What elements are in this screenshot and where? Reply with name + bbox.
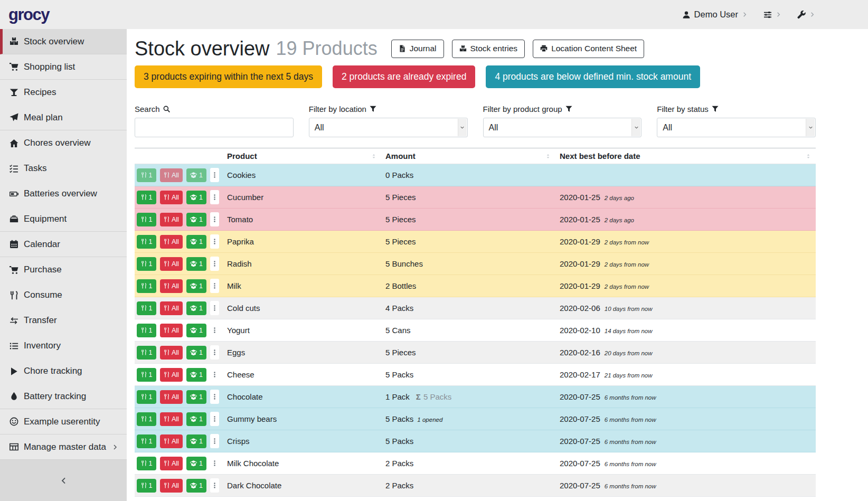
sidebar-item-tasks[interactable]: Tasks <box>0 156 127 181</box>
consume-all-button[interactable]: All <box>160 235 183 249</box>
search-input[interactable] <box>135 118 294 137</box>
sidebar-item-manage-master-data[interactable]: Manage master data <box>0 434 127 460</box>
open-one-button[interactable]: 1 <box>186 324 206 337</box>
settings-menu[interactable] <box>763 11 781 19</box>
sidebar-item-transfer[interactable]: Transfer <box>0 308 127 333</box>
best-before-date: 2020-01-252 days ago <box>555 215 816 224</box>
consume-all-button[interactable]: All <box>160 168 183 182</box>
open-one-button[interactable]: 1 <box>186 168 206 182</box>
consume-all-button[interactable]: All <box>160 479 183 493</box>
consume-one-button[interactable]: 1 <box>137 191 156 204</box>
open-one-button[interactable]: 1 <box>186 434 206 448</box>
column-header-next-best-before-date[interactable]: Next best before date <box>555 148 816 164</box>
consume-all-button[interactable]: All <box>160 213 183 226</box>
sidebar-item-shopping-list[interactable]: Shopping list <box>0 54 127 80</box>
row-menu-button[interactable] <box>210 212 219 226</box>
sidebar-item-inventory[interactable]: Inventory <box>0 333 127 358</box>
consume-all-button[interactable]: All <box>160 390 183 404</box>
sidebar-item-chore-tracking[interactable]: Chore tracking <box>0 358 127 384</box>
consume-all-button[interactable]: All <box>160 412 183 426</box>
row-menu-button[interactable] <box>210 323 219 337</box>
open-one-button[interactable]: 1 <box>186 235 206 249</box>
consume-one-button[interactable]: 1 <box>137 279 156 293</box>
open-one-button[interactable]: 1 <box>186 191 206 204</box>
column-header-product[interactable]: Product <box>223 148 381 164</box>
consume-one-button[interactable]: 1 <box>137 457 156 470</box>
open-one-button[interactable]: 1 <box>186 301 206 315</box>
consume-all-button[interactable]: All <box>160 257 183 271</box>
sidebar-item-stock-overview[interactable]: Stock overview <box>0 29 127 54</box>
table-row: 1All1Eggs5 Pieces2020-02-1620 days from … <box>135 342 816 364</box>
open-one-button[interactable]: 1 <box>186 213 206 226</box>
sidebar-item-calendar[interactable]: Calendar <box>0 232 127 257</box>
row-menu-button[interactable] <box>210 478 219 493</box>
journal-button[interactable]: Journal <box>391 40 444 58</box>
row-menu-button[interactable] <box>210 367 219 382</box>
consume-all-button[interactable]: All <box>160 324 183 337</box>
sidebar-item-battery-tracking[interactable]: Battery tracking <box>0 384 127 409</box>
sidebar-item-purchase[interactable]: Purchase <box>0 257 127 282</box>
sidebar-item-equipment[interactable]: Equipment <box>0 206 127 232</box>
consume-one-button[interactable]: 1 <box>137 479 156 493</box>
sidebar-item-example-userentity[interactable]: Example userentity <box>0 409 127 434</box>
location-content-sheet-button[interactable]: Location Content Sheet <box>533 40 644 58</box>
open-one-button[interactable]: 1 <box>186 279 206 293</box>
open-one-button[interactable]: 1 <box>186 390 206 404</box>
consume-one-button[interactable]: 1 <box>137 257 156 271</box>
filter-by-status-select[interactable]: All <box>657 118 816 137</box>
consume-one-button[interactable]: 1 <box>137 235 156 249</box>
consume-one-button[interactable]: 1 <box>137 368 156 382</box>
consume-one-button[interactable]: 1 <box>137 412 156 426</box>
app-logo[interactable]: grocy <box>8 5 49 24</box>
open-one-button[interactable]: 1 <box>186 479 206 493</box>
filter-by-location-select[interactable]: All <box>309 118 468 137</box>
stock-entries-button[interactable]: Stock entries <box>452 40 525 58</box>
row-menu-button[interactable] <box>210 234 219 249</box>
row-menu-button[interactable] <box>210 301 219 315</box>
filter-by-product-group-select[interactable]: All <box>483 118 642 137</box>
sidebar-item-chores-overview[interactable]: Chores overview <box>0 130 127 156</box>
consume-all-button[interactable]: All <box>160 368 183 382</box>
consume-one-button[interactable]: 1 <box>137 301 156 315</box>
consume-one-button[interactable]: 1 <box>137 213 156 226</box>
row-menu-button[interactable] <box>210 412 219 426</box>
alert-below-min[interactable]: 4 products are below defined min. stock … <box>486 65 700 88</box>
row-menu-button[interactable] <box>210 434 219 448</box>
sidebar-item-meal-plan[interactable]: Meal plan <box>0 105 127 130</box>
consume-all-button[interactable]: All <box>160 457 183 470</box>
consume-all-button[interactable]: All <box>160 279 183 293</box>
consume-one-button[interactable]: 1 <box>137 434 156 448</box>
consume-all-button[interactable]: All <box>160 434 183 448</box>
open-one-button[interactable]: 1 <box>186 457 206 470</box>
open-one-button[interactable]: 1 <box>186 346 206 360</box>
sidebar-collapse-button[interactable] <box>0 460 127 501</box>
user-menu[interactable]: Demo User <box>682 10 748 20</box>
row-menu-button[interactable] <box>210 390 219 404</box>
consume-one-button[interactable]: 1 <box>137 390 156 404</box>
consume-all-button[interactable]: All <box>160 346 183 360</box>
sidebar-item-consume[interactable]: Consume <box>0 282 127 308</box>
row-menu-button[interactable] <box>210 168 219 182</box>
open-one-button[interactable]: 1 <box>186 257 206 271</box>
row-menu-button[interactable] <box>210 190 219 204</box>
row-actions: 1All1 <box>135 412 223 426</box>
open-one-button[interactable]: 1 <box>186 368 206 382</box>
row-menu-button[interactable] <box>210 456 219 470</box>
alert-expired[interactable]: 2 products are already expired <box>333 65 475 88</box>
open-one-button[interactable]: 1 <box>186 412 206 426</box>
row-menu-button[interactable] <box>210 257 219 271</box>
sidebar-item-batteries-overview[interactable]: Batteries overview <box>0 181 127 206</box>
consume-all-button[interactable]: All <box>160 191 183 204</box>
alert-expiring[interactable]: 3 products expiring within the next 5 da… <box>135 65 322 88</box>
row-menu-button[interactable] <box>210 345 219 360</box>
row-menu-button[interactable] <box>210 279 219 293</box>
consume-one-button[interactable]: 1 <box>137 346 156 360</box>
column-header-amount[interactable]: Amount <box>381 148 555 164</box>
admin-menu[interactable] <box>797 11 815 19</box>
consume-one-button[interactable]: 1 <box>137 168 156 182</box>
consume-all-button[interactable]: All <box>160 301 183 315</box>
sidebar-item-recipes[interactable]: Recipes <box>0 80 127 105</box>
ellipsis-v-icon <box>211 260 218 267</box>
sidebar-item-label: Inventory <box>24 341 61 351</box>
consume-one-button[interactable]: 1 <box>137 324 156 337</box>
